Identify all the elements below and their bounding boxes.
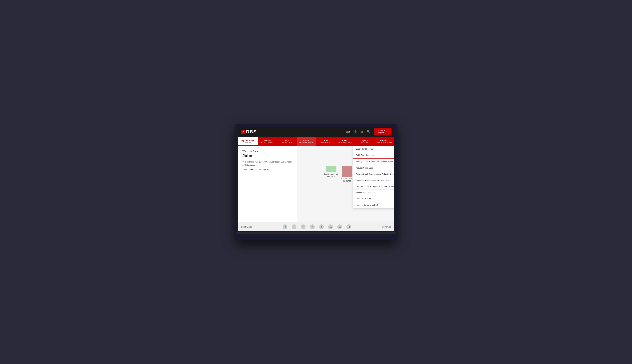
laptop-base xyxy=(236,232,396,234)
customise-link[interactable]: Customise xyxy=(382,226,391,228)
dropdown-item-change-atm-limit[interactable]: Change ATM Card Limit for Credit Card xyxy=(353,177,394,184)
dropdown-item-activate-stripe[interactable]: Activate Credit Card Magnetic Stripe for… xyxy=(353,171,394,177)
logout-label: Proceed to Logout xyxy=(377,130,385,134)
welcome-greeting: Welcome Back xyxy=(242,150,292,153)
ql-icon-8[interactable]: 📊 xyxy=(346,224,351,229)
mail-icon[interactable]: ✉ xyxy=(361,130,363,134)
nav-title-apply: Apply xyxy=(362,139,368,142)
nav-subtitle-pay: Bills and Cards xyxy=(282,142,292,144)
nav-title-cards: Cards xyxy=(303,139,309,142)
left-panel: Welcome Back John Your last login was 10… xyxy=(238,146,297,222)
nav-subtitle-plan: Your Finances xyxy=(321,142,330,144)
dropdown-item-redeem-rewards[interactable]: Redeem Rewards xyxy=(353,196,394,202)
search-icon[interactable]: 🔍 xyxy=(367,130,370,134)
network-icon[interactable]: ⌨ xyxy=(346,130,350,134)
nav-title-accounts: My Accounts xyxy=(242,139,254,142)
messages-prefix: There are xyxy=(242,168,251,170)
ql-icon-7[interactable]: ▬ xyxy=(337,224,342,229)
dropdown-item-reset-pin[interactable]: Reset Credit Card PIN xyxy=(353,190,394,196)
nav-item-cards[interactable]: Cards Activate and Manage xyxy=(296,137,316,146)
bar-cards-loans xyxy=(342,166,352,177)
nav-item-transfer[interactable]: Transfer Local or Overseas xyxy=(258,137,277,146)
nav-item-accounts[interactable]: My Accounts Summary xyxy=(238,137,258,146)
dropdown-item-activate-credit[interactable]: Activate Credit Card xyxy=(353,165,394,171)
nav-subtitle-request: Statements or Services xyxy=(376,142,392,144)
nav-title-transfer: Transfer xyxy=(263,139,271,142)
nav-item-invest[interactable]: Invest Manage your Wealth xyxy=(336,137,355,146)
nav-item-apply[interactable]: Apply New Products xyxy=(355,137,374,146)
dropdown-item-redeem-dailys[interactable]: Redeem DailyS or SafraS xyxy=(353,202,394,208)
nav-title-request: Request xyxy=(380,139,388,142)
quick-links-icons: 🔍 ↑ ↑ ↑ ↑ ▬ ▬ 📊 xyxy=(252,224,382,229)
nav-title-invest: Invest xyxy=(342,139,348,142)
top-bar-right: ⌨ 👤 ✉ 🔍 Proceed to Logout → xyxy=(346,128,391,135)
ql-icon-6[interactable]: ▬ xyxy=(328,224,333,229)
nav-title-plan: Plan xyxy=(324,139,328,142)
right-panel: View More Switch to Table View Cash & In… xyxy=(297,146,394,222)
nav-subtitle-apply: New Products xyxy=(360,142,369,144)
ql-icon-5[interactable]: ↑ xyxy=(319,224,324,229)
ql-icon-3[interactable]: ↑ xyxy=(301,224,306,229)
logo: ✕ DBS xyxy=(241,129,257,134)
nav-subtitle-cards: Activate and Manage xyxy=(300,142,313,144)
messages-suffix: for you. xyxy=(267,168,274,170)
bar-cash-investments xyxy=(326,166,336,172)
dropdown-item-debit-summary[interactable]: Debit Card Summary xyxy=(353,152,394,158)
ql-icon-1[interactable]: 🔍 xyxy=(282,224,287,229)
last-login-text: Your last login was 10:05 AM on Wednesda… xyxy=(242,160,292,167)
chart-bar-cash: Cash & Investments S$1,349.30 xyxy=(324,166,338,189)
nav-subtitle-invest: Manage your Wealth xyxy=(338,142,352,144)
ql-icon-2[interactable]: ↑ xyxy=(292,224,296,229)
nav-title-pay: Pay xyxy=(285,139,289,142)
messages-link[interactable]: no new messages xyxy=(251,168,267,171)
bar-value-loans: S$6,407.55 xyxy=(343,180,351,182)
chart-bar-loans: Cards & Loans S$6,407.55 xyxy=(342,166,352,189)
user-icon[interactable]: 👤 xyxy=(354,130,357,134)
logout-arrow-icon: → xyxy=(386,131,388,133)
dbs-logo-text: DBS xyxy=(246,129,257,134)
content-area: Welcome Back John Your last login was 10… xyxy=(238,146,394,222)
nav-subtitle-accounts: Summary xyxy=(245,142,251,144)
top-bar: ✕ DBS ⌨ 👤 ✉ 🔍 Proceed to Logout → xyxy=(238,127,394,137)
screen: ✕ DBS ⌨ 👤 ✉ 🔍 Proceed to Logout → My Acc… xyxy=(238,127,394,231)
user-name: John xyxy=(242,154,292,158)
nav-subtitle-transfer: Local or Overseas xyxy=(261,142,273,144)
dropdown-item-credit-summary[interactable]: Credit Card Summary xyxy=(353,146,394,152)
bar-value-cash: S$1,349.30 xyxy=(327,176,335,178)
dropdown-item-manage-debit-atm[interactable]: Manage Debit or ATM Card (Activate, Limi… xyxy=(353,158,394,165)
ql-icon-4[interactable]: ↑ xyxy=(310,224,315,229)
cards-dropdown-menu: Credit Card Summary Debit Card Summary M… xyxy=(353,146,394,208)
bar-label-loans: Cards & Loans xyxy=(342,178,352,179)
quick-links-label: Quick Links xyxy=(241,226,252,228)
quick-links-bar: Quick Links 🔍 ↑ ↑ ↑ ↑ ▬ ▬ 📊 Customise xyxy=(238,222,394,231)
dropdown-item-link-credit[interactable]: Link Credit card to Deposit Account for … xyxy=(353,184,394,190)
nav-item-request[interactable]: Request Statements or Services xyxy=(374,137,394,146)
nav-item-plan[interactable]: Plan Your Finances xyxy=(316,137,336,146)
main-navigation: My Accounts Summary Transfer Local or Ov… xyxy=(238,137,394,146)
logout-button[interactable]: Proceed to Logout → xyxy=(374,128,391,135)
laptop-frame: ✕ DBS ⌨ 👤 ✉ 🔍 Proceed to Logout → My Acc… xyxy=(235,124,397,240)
messages-line: There are no new messages for you. xyxy=(242,168,292,170)
bar-label-cash: Cash & Investments xyxy=(324,173,338,175)
dbs-logo-icon: ✕ xyxy=(241,130,245,134)
nav-item-pay[interactable]: Pay Bills and Cards xyxy=(277,137,296,146)
